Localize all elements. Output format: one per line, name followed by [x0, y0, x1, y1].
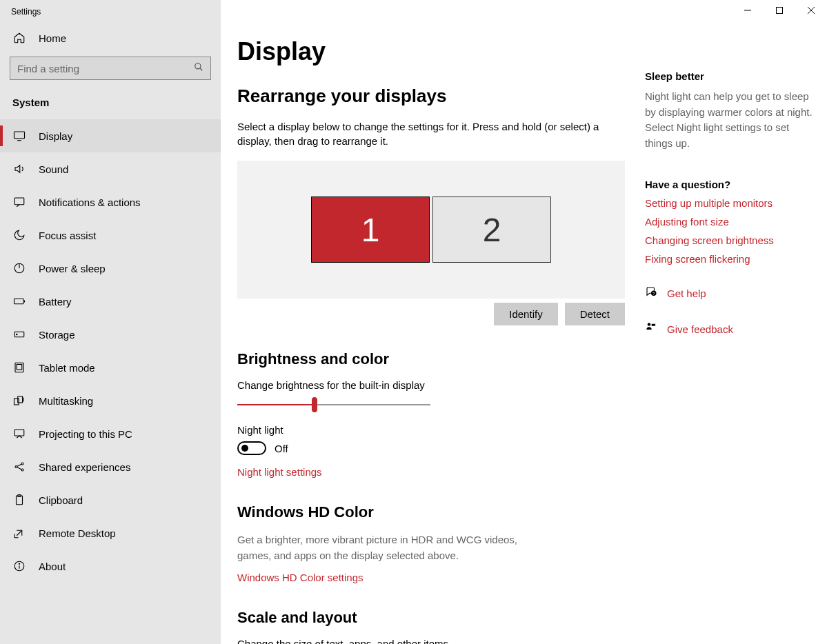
clipboard-icon: [12, 494, 26, 506]
night-light-label: Night light: [237, 424, 628, 436]
sidebar-item-label: Multitasking: [39, 395, 93, 407]
sidebar: Settings Home System DisplaySoundNotific…: [0, 0, 221, 644]
night-light-toggle[interactable]: [237, 441, 266, 455]
search-icon: [194, 62, 203, 74]
close-button[interactable]: [795, 0, 827, 21]
svg-point-18: [21, 463, 23, 465]
sidebar-item-remote-desktop[interactable]: Remote Desktop: [0, 516, 221, 550]
sidebar-item-label: Tablet mode: [39, 362, 95, 374]
titlebar: [221, 0, 827, 23]
sleep-better-body: Night light can help you get to sleep by…: [645, 89, 813, 151]
remote-icon: [12, 527, 26, 539]
sidebar-item-focus-assist[interactable]: Focus assist: [0, 219, 221, 252]
power-icon: [12, 262, 26, 274]
night-light-settings-link[interactable]: Night light settings: [237, 466, 322, 478]
help-link[interactable]: Setting up multiple monitors: [645, 197, 813, 209]
storage-icon: [12, 328, 26, 341]
sidebar-item-label: About: [39, 561, 66, 572]
sidebar-item-label: Display: [39, 130, 72, 142]
window-title: Settings: [0, 0, 221, 22]
sidebar-item-notifications-actions[interactable]: Notifications & actions: [0, 185, 221, 219]
rearrange-heading: Rearrange your displays: [237, 85, 628, 107]
search-input[interactable]: [10, 57, 211, 80]
svg-rect-7: [14, 299, 24, 304]
svg-rect-28: [777, 8, 783, 14]
sidebar-item-storage[interactable]: Storage: [0, 318, 221, 351]
svg-line-21: [17, 467, 21, 470]
sidebar-item-label: Battery: [39, 296, 72, 308]
sidebar-item-sound[interactable]: Sound: [0, 152, 221, 185]
svg-rect-2: [14, 132, 25, 139]
hdcolor-heading: Windows HD Color: [237, 503, 628, 521]
feedback-icon: [645, 321, 657, 336]
svg-point-19: [21, 469, 23, 471]
hdcolor-link[interactable]: Windows HD Color settings: [237, 572, 363, 583]
give-feedback-label: Give feedback: [667, 323, 733, 335]
notifications-icon: [12, 196, 26, 208]
brightness-slider[interactable]: [237, 396, 430, 413]
page-title: Display: [237, 37, 628, 66]
svg-point-26: [19, 563, 19, 564]
monitor-2[interactable]: 2: [432, 197, 551, 263]
svg-rect-16: [14, 430, 24, 436]
sidebar-item-label: Storage: [39, 329, 75, 341]
search-field[interactable]: [17, 63, 194, 74]
sidebar-item-label: Notifications & actions: [39, 197, 141, 208]
sidebar-item-shared-experiences[interactable]: Shared experiences: [0, 450, 221, 483]
home-button[interactable]: Home: [0, 22, 221, 52]
get-help-label: Get help: [667, 288, 706, 299]
detect-button[interactable]: Detect: [565, 303, 625, 325]
svg-line-1: [200, 68, 203, 71]
question-links: Setting up multiple monitorsAdjusting fo…: [645, 197, 813, 265]
shared-icon: [12, 461, 26, 473]
home-label: Home: [39, 32, 66, 44]
slider-fill: [237, 404, 315, 405]
svg-line-20: [17, 464, 21, 466]
sidebar-item-display[interactable]: Display: [0, 119, 221, 152]
sidebar-nav: DisplaySoundNotifications & actionsFocus…: [0, 119, 221, 644]
moon-icon: [12, 229, 26, 241]
sound-icon: [12, 163, 26, 175]
maximize-button[interactable]: [764, 0, 795, 21]
sidebar-item-label: Clipboard: [39, 494, 83, 506]
sidebar-item-projecting-to-this-pc[interactable]: Projecting to this PC: [0, 417, 221, 450]
sidebar-item-label: Power & sleep: [39, 263, 106, 274]
brightness-heading: Brightness and color: [237, 350, 628, 368]
multitasking-icon: [12, 394, 26, 407]
svg-point-10: [17, 334, 18, 335]
identify-button[interactable]: Identify: [494, 303, 557, 325]
sidebar-item-battery[interactable]: Battery: [0, 285, 221, 318]
svg-rect-12: [17, 365, 22, 370]
minimize-button[interactable]: [732, 0, 764, 21]
sidebar-item-about[interactable]: About: [0, 550, 221, 583]
give-feedback-link[interactable]: Give feedback: [645, 321, 813, 336]
sidebar-item-label: Projecting to this PC: [39, 428, 132, 440]
sidebar-item-multitasking[interactable]: Multitasking: [0, 384, 221, 417]
sleep-better-heading: Sleep better: [645, 70, 813, 82]
scale-heading: Scale and layout: [237, 609, 628, 627]
scale-desc: Change the size of text, apps, and other…: [237, 638, 628, 644]
display-arrangement[interactable]: 1 2: [237, 161, 625, 299]
tablet-icon: [12, 361, 26, 374]
help-link[interactable]: Adjusting font size: [645, 216, 813, 228]
sidebar-item-label: Remote Desktop: [39, 527, 116, 539]
question-heading: Have a question?: [645, 179, 813, 190]
about-icon: [12, 560, 26, 572]
sidebar-item-label: Sound: [39, 163, 68, 175]
section-label: System: [0, 90, 221, 119]
get-help-link[interactable]: ? Get help: [645, 285, 813, 301]
rearrange-desc: Select a display below to change the set…: [237, 119, 624, 148]
help-link[interactable]: Fixing screen flickering: [645, 253, 813, 265]
monitor-1[interactable]: 1: [311, 197, 430, 263]
night-light-state: Off: [275, 443, 288, 454]
help-chat-icon: ?: [645, 285, 657, 301]
sidebar-item-power-sleep[interactable]: Power & sleep: [0, 252, 221, 285]
svg-point-0: [195, 63, 201, 69]
sidebar-item-tablet-mode[interactable]: Tablet mode: [0, 351, 221, 384]
svg-point-33: [648, 323, 651, 326]
svg-text:?: ?: [652, 292, 655, 296]
sidebar-item-clipboard[interactable]: Clipboard: [0, 483, 221, 516]
slider-thumb[interactable]: [312, 397, 317, 412]
help-link[interactable]: Changing screen brightness: [645, 234, 813, 246]
home-icon: [12, 32, 26, 44]
